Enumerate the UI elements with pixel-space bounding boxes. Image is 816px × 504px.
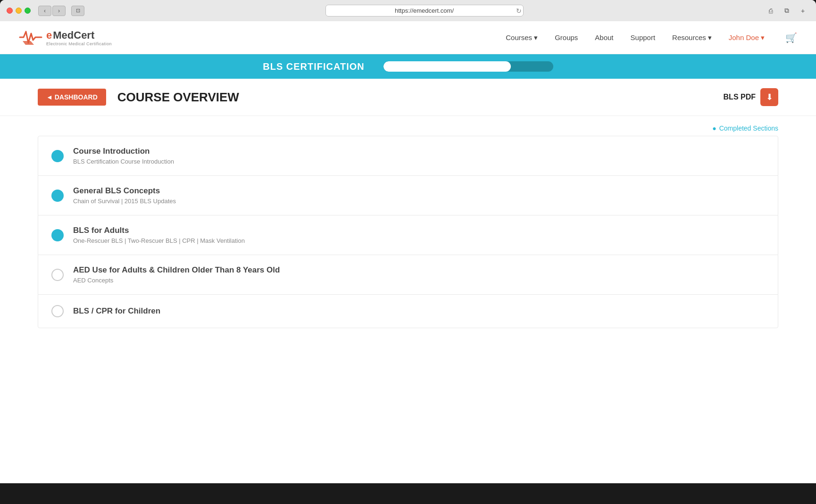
user-chevron-icon: ▾ (761, 33, 765, 42)
pdf-section: BLS PDF ⬇ (724, 88, 778, 106)
pdf-label: BLS PDF (724, 93, 756, 101)
course-info: AED Use for Adults & Children Older Than… (73, 265, 280, 284)
legend-label: Completed Sections (719, 124, 778, 132)
navbar: e MedCert Electronic Medical Certificati… (0, 21, 816, 54)
course-list: Course IntroductionBLS Certification Cou… (38, 136, 778, 328)
course-description: One-Rescuer BLS | Two-Rescuer BLS | CPR … (73, 237, 245, 244)
course-description: BLS Certification Course Introduction (73, 158, 174, 165)
course-header: ◄ DASHBOARD COURSE OVERVIEW BLS PDF ⬇ (0, 79, 816, 116)
progress-bar (383, 61, 553, 72)
maximize-button[interactable] (25, 8, 31, 14)
pdf-download-button[interactable]: ⬇ (760, 88, 778, 106)
completed-status-dot (51, 150, 64, 162)
logo[interactable]: e MedCert Electronic Medical Certificati… (19, 27, 112, 48)
support-link[interactable]: Support (631, 33, 656, 41)
traffic-lights (7, 8, 31, 14)
courses-link[interactable]: Courses ▾ (506, 33, 538, 42)
courses-chevron-icon: ▾ (534, 33, 538, 42)
incomplete-status-dot (51, 305, 64, 317)
course-name: General BLS Concepts (73, 186, 176, 196)
course-item[interactable]: BLS for AdultsOne-Rescuer BLS | Two-Resc… (38, 215, 778, 255)
incomplete-status-dot (51, 269, 64, 281)
logo-main-text: e MedCert (46, 29, 112, 41)
logo-icon (19, 27, 42, 48)
completed-legend: ● Completed Sections (712, 124, 778, 132)
progress-bar-fill (383, 61, 511, 72)
share-button[interactable]: ⎙ (764, 6, 777, 16)
dashboard-button[interactable]: ◄ DASHBOARD (38, 89, 106, 106)
course-info: BLS for AdultsOne-Rescuer BLS | Two-Resc… (73, 226, 245, 244)
user-menu[interactable]: John Doe ▾ (729, 33, 765, 42)
reload-button[interactable]: ↻ (516, 7, 522, 15)
minimize-button[interactable] (16, 8, 22, 14)
course-item[interactable]: General BLS ConceptsChain of Survival | … (38, 176, 778, 215)
course-item[interactable]: BLS / CPR for Children (38, 295, 778, 328)
new-tab-button[interactable]: + (796, 6, 809, 16)
browser-actions: ⎙ ⧉ + (764, 6, 809, 16)
legend-dot: ● (712, 124, 716, 132)
browser-chrome: ‹ › ⊡ https://emedcert.com/ ↻ ⎙ ⧉ + (0, 0, 816, 483)
course-info: Course IntroductionBLS Certification Cou… (73, 147, 174, 165)
completed-status-dot (51, 190, 64, 202)
legend-row: ● Completed Sections (0, 116, 816, 136)
logo-text: e MedCert Electronic Medical Certificati… (46, 29, 112, 46)
logo-medcert: MedCert (53, 29, 94, 41)
address-bar-container: https://emedcert.com/ ↻ (88, 5, 760, 17)
course-title: COURSE OVERVIEW (117, 90, 239, 105)
website-content: e MedCert Electronic Medical Certificati… (0, 21, 816, 483)
resources-chevron-icon: ▾ (708, 33, 712, 42)
banner-title: BLS CERTIFICATION (263, 61, 365, 72)
course-name: BLS / CPR for Children (73, 306, 160, 316)
logo-subtitle: Electronic Medical Certification (46, 41, 112, 46)
cart-icon[interactable]: 🛒 (785, 32, 797, 43)
browser-titlebar: ‹ › ⊡ https://emedcert.com/ ↻ ⎙ ⧉ + (0, 0, 816, 21)
course-description: Chain of Survival | 2015 BLS Updates (73, 198, 176, 205)
close-button[interactable] (7, 8, 13, 14)
course-name: AED Use for Adults & Children Older Than… (73, 265, 280, 275)
browser-nav-buttons: ‹ › (38, 6, 66, 16)
course-item[interactable]: Course IntroductionBLS Certification Cou… (38, 136, 778, 176)
back-button[interactable]: ‹ (38, 6, 51, 16)
about-link[interactable]: About (595, 33, 613, 41)
logo-e: e (46, 29, 52, 41)
course-item[interactable]: AED Use for Adults & Children Older Than… (38, 255, 778, 295)
course-info: General BLS ConceptsChain of Survival | … (73, 186, 176, 205)
resources-link[interactable]: Resources ▾ (672, 33, 712, 42)
completed-status-dot (51, 229, 64, 241)
fullscreen-button[interactable]: ⧉ (780, 6, 793, 16)
course-name: BLS for Adults (73, 226, 245, 235)
forward-button[interactable]: › (52, 6, 66, 16)
nav-links: Courses ▾ Groups About Support Resources… (506, 32, 797, 43)
course-name: Course Introduction (73, 147, 174, 156)
course-description: AED Concepts (73, 277, 280, 284)
download-icon: ⬇ (766, 92, 773, 102)
progress-banner: BLS CERTIFICATION (0, 54, 816, 79)
reader-button[interactable]: ⊡ (71, 6, 84, 16)
course-info: BLS / CPR for Children (73, 306, 160, 316)
groups-link[interactable]: Groups (555, 33, 578, 41)
address-bar[interactable]: https://emedcert.com/ (325, 5, 524, 17)
